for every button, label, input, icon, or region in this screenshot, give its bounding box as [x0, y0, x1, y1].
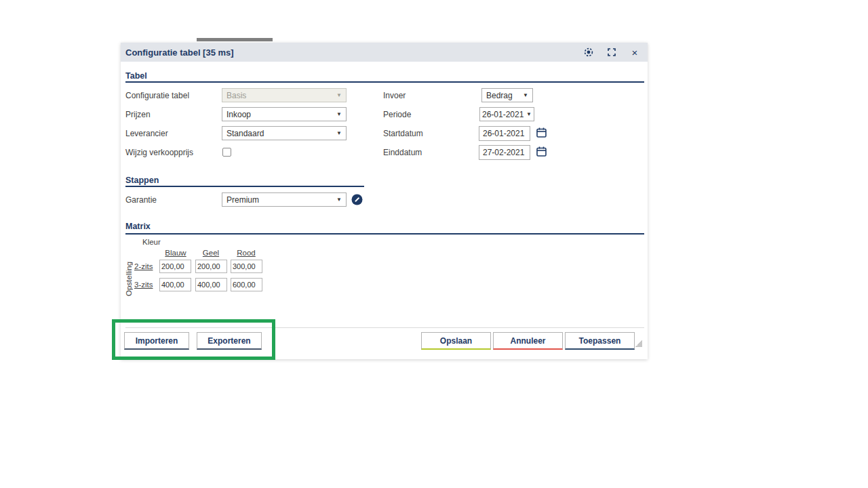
- matrix-cell-input[interactable]: 200,00: [159, 260, 191, 273]
- matrix-cell-input[interactable]: 400,00: [159, 278, 191, 291]
- matrix-col-axis-label: Kleur: [142, 238, 161, 246]
- garantie-select[interactable]: Premium ▼: [222, 192, 347, 207]
- invoer-select[interactable]: Bedrag ▼: [481, 88, 533, 102]
- prijzen-label: Prijzen: [125, 110, 151, 119]
- matrix-cell-input[interactable]: 600,00: [231, 278, 262, 291]
- matrix-cell-input[interactable]: 300,00: [231, 260, 262, 273]
- annuleer-button[interactable]: Annuleer: [493, 332, 563, 350]
- toepassen-button[interactable]: Toepassen: [565, 332, 635, 350]
- matrix-cell-input[interactable]: 200,00: [195, 260, 227, 273]
- chevron-down-icon: ▼: [523, 92, 528, 98]
- prijzen-select[interactable]: Inkoop ▼: [222, 107, 347, 121]
- section-title-matrix: Matrix: [125, 222, 151, 231]
- wijzig-verkoopprijs-checkbox[interactable]: [222, 148, 231, 157]
- section-title-stappen: Stappen: [125, 176, 159, 185]
- chevron-down-icon: ▼: [336, 92, 342, 98]
- leverancier-select[interactable]: Standaard ▼: [222, 126, 347, 140]
- close-icon[interactable]: ×: [630, 47, 639, 57]
- matrix-cell-input[interactable]: 400,00: [195, 278, 227, 291]
- focus-icon[interactable]: [584, 47, 593, 57]
- chevron-down-icon: ▼: [336, 130, 342, 136]
- startdatum-label: Startdatum: [383, 129, 423, 138]
- matrix-column-header[interactable]: Rood: [228, 249, 264, 257]
- titlebar-icons: ×: [584, 47, 639, 57]
- calendar-icon[interactable]: [536, 146, 547, 157]
- chevron-down-icon: ▼: [336, 111, 342, 117]
- startdatum-input[interactable]: 26-01-2021: [479, 126, 530, 141]
- background-window-artifact: [197, 38, 273, 41]
- chevron-down-icon: ▼: [336, 197, 342, 203]
- matrix-row-header[interactable]: 3-zits: [134, 281, 153, 289]
- matrix-column-header[interactable]: Geel: [193, 249, 229, 257]
- periode-label: Periode: [383, 110, 411, 119]
- invoer-label: Invoer: [383, 91, 406, 100]
- dialog-title: Configuratie tabel [35 ms]: [125, 47, 234, 58]
- periode-select[interactable]: 26-01-2021 ▼: [479, 107, 534, 121]
- einddatum-input[interactable]: 27-02-2021: [479, 145, 530, 160]
- matrix-column-header[interactable]: Blauw: [157, 249, 194, 257]
- exporteren-button[interactable]: Exporteren: [197, 332, 262, 350]
- configuratie-tabel-label: Configuratie tabel: [125, 91, 189, 100]
- configuratie-tabel-select: Basis ▼: [222, 88, 347, 102]
- chevron-down-icon: ▼: [526, 111, 532, 117]
- leverancier-label: Leverancier: [125, 129, 168, 138]
- matrix-row-axis-label: Opstelling: [125, 254, 133, 296]
- resize-grip[interactable]: [635, 340, 642, 347]
- expand-icon[interactable]: [607, 47, 616, 57]
- opslaan-button[interactable]: Opslaan: [421, 332, 491, 350]
- dialog-titlebar: Configuratie tabel [35 ms] ×: [121, 43, 648, 62]
- wijzig-verkoopprijs-label: Wijzig verkoopprijs: [125, 148, 193, 157]
- calendar-icon[interactable]: [536, 127, 547, 138]
- footer-separator: [125, 327, 644, 328]
- tabel-rule: [125, 81, 644, 83]
- einddatum-label: Einddatum: [383, 148, 422, 157]
- matrix-rule: [125, 233, 644, 235]
- matrix-row-header[interactable]: 2-zits: [134, 262, 153, 270]
- edit-icon[interactable]: [351, 194, 363, 205]
- garantie-label: Garantie: [125, 195, 157, 205]
- section-title-tabel: Tabel: [125, 71, 147, 81]
- importeren-button[interactable]: Importeren: [124, 332, 189, 350]
- configuratie-tabel-dialog: Configuratie tabel [35 ms] × Tabel Confi…: [121, 43, 648, 359]
- stappen-rule: [125, 186, 364, 187]
